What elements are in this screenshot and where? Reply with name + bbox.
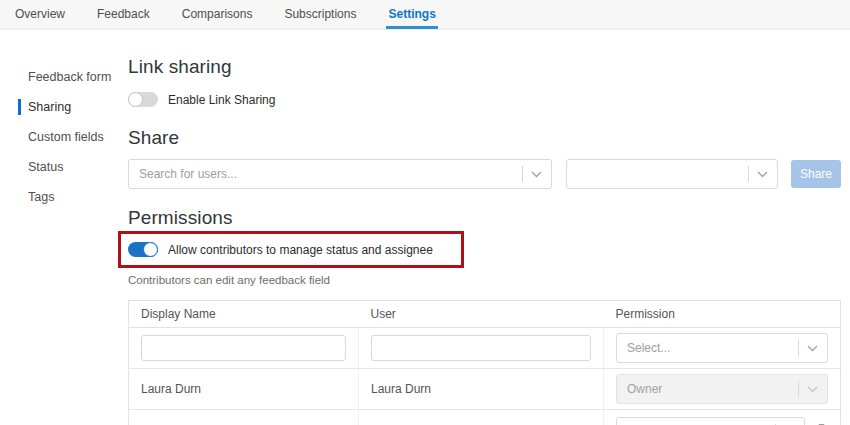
cell-display-name: Laura Durn [129, 369, 359, 410]
combobox-divider [748, 166, 749, 182]
top-tab-bar: Overview Feedback Comparisons Subscripti… [0, 0, 850, 30]
tab-subscriptions[interactable]: Subscriptions [284, 0, 356, 28]
tab-overview[interactable]: Overview [15, 0, 65, 28]
cell-display-name: Olivia Coalman [129, 410, 359, 425]
permission-select-owner: Owner [616, 374, 828, 404]
share-button[interactable]: Share [791, 160, 841, 188]
toggle-knob [128, 92, 143, 107]
link-sharing-title: Link sharing [128, 56, 841, 78]
sidebar-item-feedback-form[interactable]: Feedback form [0, 62, 128, 92]
permissions-note: Contributors can edit any feedback field [128, 274, 841, 286]
tab-comparisons[interactable]: Comparisons [182, 0, 253, 28]
chevron-down-icon[interactable] [807, 345, 818, 352]
sidebar-item-custom-fields[interactable]: Custom fields [0, 122, 128, 152]
display-name-filter-input[interactable] [141, 335, 346, 361]
cell-user: Laura Durn [359, 369, 604, 410]
settings-layout: Feedback form Sharing Custom fields Stat… [0, 30, 850, 425]
sidebar-item-sharing[interactable]: Sharing [0, 92, 128, 122]
table-row: Olivia Coalman Olivia Coalman Moderator [129, 410, 841, 425]
enable-link-sharing-toggle[interactable] [128, 92, 158, 107]
toggle-knob [143, 242, 158, 257]
permission-value: Owner [627, 382, 792, 396]
sidebar-item-tags[interactable]: Tags [0, 182, 128, 212]
chevron-down-icon[interactable] [757, 171, 768, 178]
enable-link-sharing-label: Enable Link Sharing [168, 93, 275, 107]
table-row: Laura Durn Laura Durn Owner [129, 369, 841, 410]
combobox-divider [522, 166, 523, 182]
column-header-permission: Permission [604, 301, 841, 328]
combobox-divider [798, 381, 799, 397]
allow-contributors-label: Allow contributors to manage status and … [168, 243, 433, 257]
enable-link-sharing-row: Enable Link Sharing [128, 92, 841, 107]
tab-settings[interactable]: Settings [388, 0, 435, 28]
user-search-combobox[interactable] [128, 159, 552, 189]
chevron-down-icon[interactable] [531, 171, 542, 178]
permissions-title: Permissions [128, 207, 841, 229]
permission-filter-value: Select... [627, 341, 792, 355]
cell-user: Olivia Coalman [359, 410, 604, 425]
contributors-table: Display Name User Permission Select... [128, 300, 841, 425]
share-controls-row: Share [128, 159, 841, 189]
settings-sidebar: Feedback form Sharing Custom fields Stat… [0, 30, 128, 425]
table-filter-row: Select... [129, 328, 841, 369]
share-title: Share [128, 127, 841, 149]
annotation-highlight-box: Allow contributors to manage status and … [118, 231, 464, 268]
permission-select-moderator[interactable]: Moderator [616, 417, 805, 425]
user-search-input[interactable] [139, 167, 516, 181]
column-header-user: User [359, 301, 604, 328]
share-type-combobox[interactable] [566, 159, 778, 189]
sidebar-item-status[interactable]: Status [0, 152, 128, 182]
column-header-display-name: Display Name [129, 301, 359, 328]
tab-feedback[interactable]: Feedback [97, 0, 150, 28]
permission-filter-select[interactable]: Select... [616, 333, 828, 363]
allow-contributors-row: Allow contributors to manage status and … [128, 242, 433, 257]
allow-contributors-toggle[interactable] [128, 242, 158, 257]
user-filter-input[interactable] [371, 335, 591, 361]
table-header-row: Display Name User Permission [129, 301, 841, 328]
chevron-down-icon [807, 386, 818, 393]
sharing-settings-panel: Link sharing Enable Link Sharing Share [128, 30, 850, 425]
combobox-divider [798, 340, 799, 356]
